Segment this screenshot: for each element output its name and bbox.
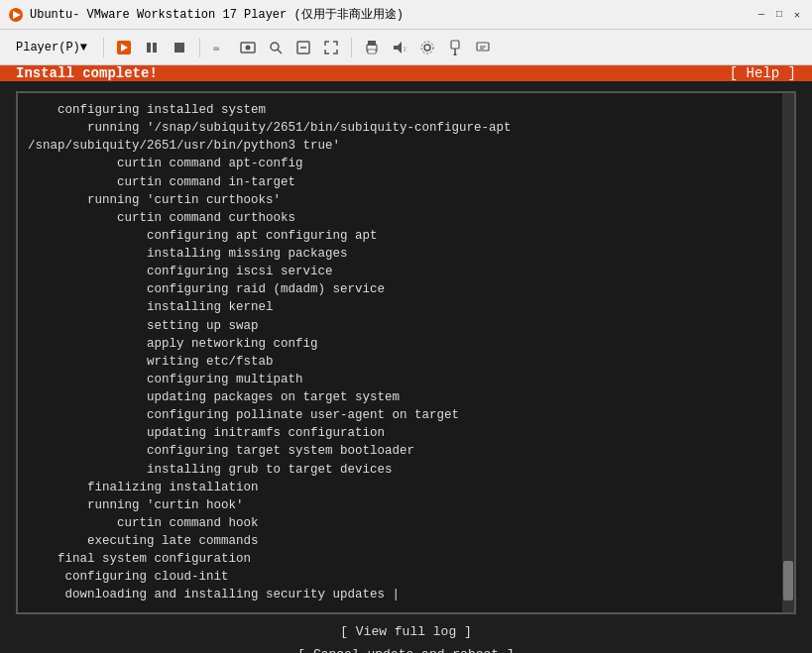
svg-rect-15 — [368, 41, 376, 46]
send-keys-button[interactable]: ⌨ — [208, 36, 232, 59]
svg-text:⌨: ⌨ — [213, 45, 219, 55]
action-buttons: [ View full log ] [ Cancel update and re… — [16, 614, 796, 654]
stretch-button[interactable] — [291, 36, 315, 59]
toolbar: Player(P)▼ ⌨ — [0, 30, 812, 65]
install-header: Install complete! [ Help ] — [0, 65, 812, 81]
terminal-wrapper: configuring installed system running '/s… — [0, 81, 812, 653]
stop-button[interactable] — [168, 36, 191, 59]
screenshot-button[interactable] — [236, 36, 260, 59]
vm-display-area: Install complete! [ Help ] configuring i… — [0, 65, 812, 653]
fullscreen-button[interactable] — [319, 36, 343, 59]
player-menu[interactable]: Player(P)▼ — [8, 37, 95, 58]
window-controls[interactable]: — □ ✕ — [754, 8, 804, 22]
svg-line-11 — [278, 50, 282, 54]
scrollbar-thumb[interactable] — [783, 561, 793, 600]
close-button[interactable]: ✕ — [790, 8, 804, 22]
terminal-content: configuring installed system running '/s… — [18, 93, 782, 612]
svg-point-23 — [454, 53, 457, 55]
terminal-box: configuring installed system running '/s… — [16, 91, 796, 614]
print-button[interactable] — [360, 36, 384, 59]
svg-marker-17 — [394, 42, 402, 54]
terminal-output: configuring installed system running '/s… — [28, 101, 772, 604]
svg-rect-16 — [368, 50, 376, 54]
svg-point-20 — [421, 42, 433, 54]
svg-rect-6 — [174, 43, 184, 53]
usb-button[interactable] — [443, 36, 467, 59]
svg-rect-21 — [451, 41, 459, 49]
scrollbar-track — [783, 95, 793, 610]
titlebar: Ubuntu- VMware Workstation 17 Player (仅用… — [0, 0, 812, 30]
cancel-reboot-button[interactable]: [ Cancel update and reboot ] — [290, 645, 522, 654]
svg-point-9 — [246, 45, 251, 50]
scrollbar[interactable] — [782, 93, 794, 612]
help-button[interactable]: [ Help ] — [730, 65, 796, 81]
svg-text:)): )) — [403, 46, 407, 53]
svg-rect-5 — [153, 43, 157, 53]
svg-point-19 — [424, 45, 430, 51]
zoom-button[interactable] — [264, 36, 288, 59]
separator-3 — [351, 38, 352, 57]
settings-button[interactable] — [415, 36, 439, 59]
pause-button[interactable] — [140, 36, 164, 59]
install-title: Install complete! — [16, 65, 158, 81]
message-button[interactable] — [471, 36, 495, 59]
maximize-button[interactable]: □ — [772, 8, 786, 22]
separator-2 — [199, 38, 200, 57]
window-title: Ubuntu- VMware Workstation 17 Player (仅用… — [30, 6, 754, 23]
svg-rect-4 — [147, 43, 151, 53]
view-log-button[interactable]: [ View full log ] — [332, 622, 480, 641]
svg-point-10 — [271, 43, 279, 51]
power-button[interactable] — [112, 36, 136, 59]
minimize-button[interactable]: — — [754, 8, 768, 22]
separator-1 — [103, 38, 104, 57]
app-icon — [8, 7, 24, 23]
audio-button[interactable]: )) — [388, 36, 411, 59]
